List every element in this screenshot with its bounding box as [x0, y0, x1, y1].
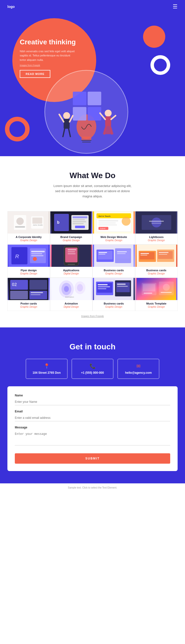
svg-rect-29 — [54, 214, 69, 231]
portfolio-thumb-7 — [93, 245, 135, 267]
portfolio-item-name: Animation — [52, 302, 91, 305]
svg-rect-44 — [98, 224, 117, 226]
hamburger-menu[interactable]: ☰ — [173, 4, 177, 10]
portfolio-item-name: Business cards — [137, 269, 176, 272]
portfolio-item[interactable]: Get in Touch Submit Web Design Website G… — [93, 211, 135, 244]
portfolio-item[interactable]: Business cards Graphic Design — [135, 244, 178, 278]
hero-circle-small — [143, 26, 165, 48]
svg-rect-108 — [117, 284, 126, 285]
portfolio-item-category: Graphic Design — [137, 306, 176, 308]
svg-text:Get in Touch: Get in Touch — [98, 215, 110, 217]
portfolio-item[interactable]: Business cards Graphic Design — [93, 278, 135, 311]
svg-rect-4 — [73, 107, 86, 120]
svg-rect-57 — [31, 253, 42, 254]
portfolio-info: Applications Digital Design — [50, 267, 93, 278]
portfolio-info: A Corporate Identity Graphic Design — [8, 234, 50, 244]
svg-rect-65 — [68, 251, 75, 252]
portfolio-thumb-4 — [135, 212, 177, 234]
portfolio-info: Brand Campaign Graphic Design — [50, 234, 93, 244]
svg-rect-89 — [29, 280, 47, 290]
svg-rect-104 — [98, 286, 110, 287]
svg-rect-1 — [81, 136, 91, 140]
portfolio-item-name: Flyer design — [10, 269, 48, 272]
svg-rect-15 — [105, 116, 111, 126]
read-more-button[interactable]: READ MORE — [20, 70, 50, 78]
contact-address-text: 104 Street 2765 Don — [33, 371, 61, 374]
svg-rect-51 — [151, 223, 161, 224]
svg-rect-33 — [73, 219, 85, 220]
portfolio-item[interactable]: Applications Digital Design — [50, 244, 93, 278]
contact-phone-text: +1 (555) 000-000 — [81, 371, 104, 374]
name-input[interactable] — [15, 398, 170, 405]
svg-rect-24 — [15, 226, 25, 228]
svg-text:John Smith: John Smith — [33, 224, 43, 226]
portfolio-item-category: Digital Design — [52, 272, 91, 275]
svg-text:R: R — [15, 253, 19, 260]
submit-button[interactable]: SUBMIT — [15, 453, 170, 464]
svg-text:Submit: Submit — [100, 228, 105, 229]
contact-cards: 📍 104 Street 2765 Don 📞 +1 (555) 000-000… — [8, 359, 177, 379]
svg-line-10 — [59, 114, 64, 122]
svg-rect-58 — [31, 255, 43, 256]
portfolio-item[interactable]: Animation Animation Digital Design — [50, 278, 93, 311]
logo: logo — [8, 5, 15, 8]
message-label: Message — [15, 426, 170, 429]
contact-card-address: 📍 104 Street 2765 Don — [26, 359, 68, 379]
images-credit: Images from Freepik — [0, 315, 185, 318]
portfolio-item[interactable]: Lightboxes Graphic Design — [135, 211, 178, 244]
svg-rect-43 — [98, 222, 116, 224]
svg-rect-36 — [75, 226, 85, 228]
portfolio-item-name: Brand Campaign — [52, 236, 91, 238]
svg-rect-103 — [98, 284, 108, 285]
hero-illustration — [49, 75, 124, 149]
contact-email-text: hello@agency.com — [125, 371, 152, 374]
svg-rect-83 — [159, 252, 168, 253]
portfolio-item-name: A Corporate Identity — [10, 236, 48, 238]
svg-rect-116 — [160, 292, 172, 293]
hero-ring-top — [150, 55, 170, 75]
portfolio-thumb-8 — [135, 245, 177, 267]
svg-rect-26 — [32, 218, 42, 224]
svg-text:02: 02 — [12, 282, 17, 287]
svg-rect-84 — [159, 254, 167, 255]
svg-rect-70 — [98, 252, 107, 253]
portfolio-info: Business cards Graphic Design — [93, 267, 135, 278]
location-icon: 📍 — [44, 363, 50, 369]
portfolio-info: Business cards Graphic Design — [135, 267, 177, 278]
email-input[interactable] — [15, 415, 170, 421]
portfolio-item[interactable]: R Flyer design Graphic Design — [8, 244, 50, 278]
svg-point-96 — [64, 286, 69, 292]
portfolio-item[interactable]: John Smith A Corporate Identity Graphic … — [8, 211, 50, 244]
portfolio-item-category: Graphic Design — [95, 306, 133, 308]
svg-rect-112 — [143, 284, 155, 292]
footer-note: Sample text. Click to select the Text El… — [0, 483, 185, 492]
svg-rect-64 — [68, 249, 76, 250]
svg-rect-79 — [140, 253, 149, 254]
contact-card-phone: 📞 +1 (555) 000-000 — [72, 359, 113, 379]
portfolio-thumb-5: R — [8, 245, 50, 267]
phone-icon: 📞 — [90, 363, 96, 369]
hero-illustration-circle — [44, 70, 128, 154]
svg-rect-56 — [31, 251, 45, 252]
hero-title: Creative thinking — [20, 38, 76, 46]
email-label: Email — [15, 410, 170, 413]
portfolio-item[interactable]: Music Template Graphic Design — [135, 278, 178, 311]
portfolio-item[interactable]: b Brand Campaign Graphic Design — [50, 211, 93, 244]
portfolio-item[interactable]: 02 Poster cards Graphic Design — [8, 278, 50, 311]
hero-description: Nibh venenatis cras sed felis eget velit… — [20, 49, 76, 62]
portfolio-info: Flyer design Graphic Design — [8, 267, 50, 278]
svg-point-8 — [63, 112, 70, 119]
email-group: Email — [15, 410, 170, 421]
svg-point-49 — [151, 218, 161, 228]
portfolio-item-category: Graphic Design — [95, 272, 133, 275]
portfolio-item[interactable]: Business cards Graphic Design — [93, 244, 135, 278]
portfolio-thumb-3: Get in Touch Submit — [93, 212, 135, 234]
portfolio-thumb-11 — [93, 278, 135, 300]
message-textarea[interactable] — [15, 431, 170, 446]
portfolio-item-category: Graphic Design — [95, 239, 133, 242]
svg-line-17 — [111, 116, 115, 119]
portfolio-info: Lightboxes Graphic Design — [135, 234, 177, 244]
what-we-do-section: What We Do Lorem ipsum dolor sit amet, c… — [0, 156, 185, 211]
portfolio-item-category: Graphic Design — [10, 306, 48, 308]
svg-rect-75 — [117, 253, 126, 254]
